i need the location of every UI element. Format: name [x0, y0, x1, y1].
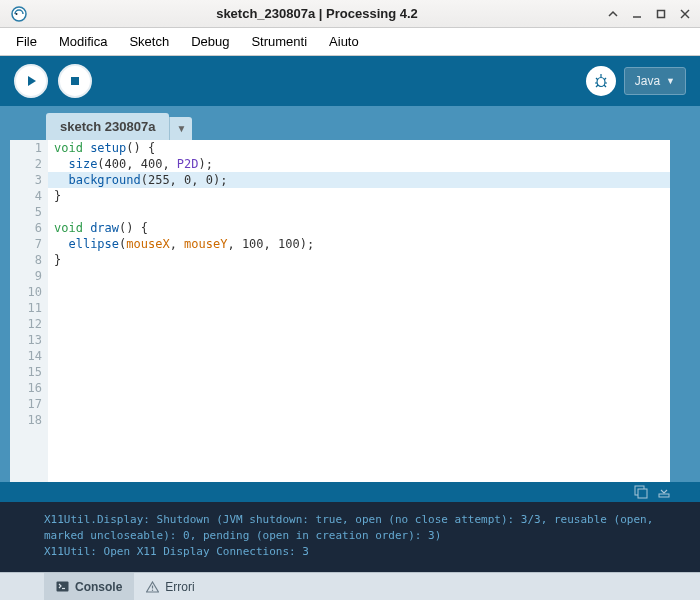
console-line: X11Util: Open X11 Display Connections: 3: [44, 544, 686, 560]
line-number: 1: [10, 140, 42, 156]
svg-rect-18: [57, 582, 69, 592]
mode-label: Java: [635, 74, 660, 88]
tab-errors-label: Errori: [165, 580, 194, 594]
editor-wrap: 123456789101112131415161718 void setup()…: [0, 140, 700, 482]
code-line[interactable]: [48, 348, 670, 364]
warning-icon: [146, 581, 159, 593]
code-line[interactable]: [48, 380, 670, 396]
chevron-down-icon: ▼: [666, 76, 675, 86]
editor[interactable]: 123456789101112131415161718 void setup()…: [10, 140, 670, 482]
bottom-tabs: Console Errori: [0, 572, 700, 600]
toolbar: Java ▼: [0, 56, 700, 106]
code-line[interactable]: }: [48, 252, 670, 268]
code-line[interactable]: size(400, 400, P2D);: [48, 156, 670, 172]
svg-rect-17: [659, 494, 669, 497]
tabstrip: sketch 230807a ▼: [0, 106, 700, 140]
menu-modifica[interactable]: Modifica: [49, 30, 117, 53]
line-number: 18: [10, 412, 42, 428]
gutter: 123456789101112131415161718: [10, 140, 48, 482]
menu-debug[interactable]: Debug: [181, 30, 239, 53]
svg-rect-3: [658, 10, 665, 17]
app-window: sketch_230807a | Processing 4.2 File Mod…: [0, 0, 700, 600]
debug-button[interactable]: [586, 66, 616, 96]
separator-bar: [0, 482, 700, 502]
line-number: 15: [10, 364, 42, 380]
code-line[interactable]: [48, 300, 670, 316]
svg-point-1: [16, 13, 18, 15]
window-title: sketch_230807a | Processing 4.2: [34, 6, 600, 21]
svg-point-0: [12, 7, 26, 21]
svg-line-9: [596, 78, 598, 80]
svg-line-13: [596, 85, 598, 87]
window-maximize-button[interactable]: [650, 3, 672, 25]
tab-console[interactable]: Console: [44, 573, 134, 600]
line-number: 4: [10, 188, 42, 204]
code-line[interactable]: [48, 204, 670, 220]
line-number: 3: [10, 172, 42, 188]
run-button[interactable]: [14, 64, 48, 98]
window-close-button[interactable]: [674, 3, 696, 25]
console-line: X11Util.Display: Shutdown (JVM shutdown:…: [44, 512, 686, 544]
svg-point-7: [597, 78, 605, 87]
line-number: 9: [10, 268, 42, 284]
line-number: 8: [10, 252, 42, 268]
line-number: 10: [10, 284, 42, 300]
code-line[interactable]: [48, 412, 670, 428]
code-line[interactable]: [48, 364, 670, 380]
line-number: 7: [10, 236, 42, 252]
window-minimize-button[interactable]: [626, 3, 648, 25]
menu-strumenti[interactable]: Strumenti: [241, 30, 317, 53]
line-number: 2: [10, 156, 42, 172]
code-line[interactable]: void draw() {: [48, 220, 670, 236]
mode-selector[interactable]: Java ▼: [624, 67, 686, 95]
menu-sketch[interactable]: Sketch: [119, 30, 179, 53]
tab-dropdown[interactable]: ▼: [169, 117, 192, 140]
line-number: 13: [10, 332, 42, 348]
line-number: 17: [10, 396, 42, 412]
line-number: 11: [10, 300, 42, 316]
console-output[interactable]: X11Util.Display: Shutdown (JVM shutdown:…: [0, 502, 700, 572]
collapse-console-icon[interactable]: [658, 486, 670, 498]
menu-aiuto[interactable]: Aiuto: [319, 30, 369, 53]
app-icon: [10, 5, 28, 23]
svg-line-14: [604, 85, 606, 87]
code-line[interactable]: background(255, 0, 0);: [48, 172, 670, 188]
code-line[interactable]: [48, 284, 670, 300]
code-line[interactable]: [48, 332, 670, 348]
code-line[interactable]: [48, 316, 670, 332]
tab-sketch[interactable]: sketch 230807a: [46, 113, 169, 140]
code-line[interactable]: [48, 396, 670, 412]
line-number: 6: [10, 220, 42, 236]
code-line[interactable]: [48, 268, 670, 284]
menubar: File Modifica Sketch Debug Strumenti Aiu…: [0, 28, 700, 56]
stop-button[interactable]: [58, 64, 92, 98]
toggle-console-icon[interactable]: [634, 485, 648, 499]
svg-line-10: [604, 78, 606, 80]
titlebar: sketch_230807a | Processing 4.2: [0, 0, 700, 28]
svg-rect-16: [638, 489, 647, 498]
tab-console-label: Console: [75, 580, 122, 594]
svg-point-21: [152, 589, 153, 590]
code-line[interactable]: ellipse(mouseX, mouseY, 100, 100);: [48, 236, 670, 252]
code-line[interactable]: }: [48, 188, 670, 204]
code-area[interactable]: void setup() { size(400, 400, P2D); back…: [48, 140, 670, 482]
tab-errors[interactable]: Errori: [134, 573, 206, 600]
line-number: 14: [10, 348, 42, 364]
console-icon: [56, 581, 69, 592]
svg-rect-6: [71, 77, 79, 85]
line-number: 5: [10, 204, 42, 220]
menu-file[interactable]: File: [6, 30, 47, 53]
line-number: 12: [10, 316, 42, 332]
window-up-button[interactable]: [602, 3, 624, 25]
line-number: 16: [10, 380, 42, 396]
code-line[interactable]: void setup() {: [48, 140, 670, 156]
